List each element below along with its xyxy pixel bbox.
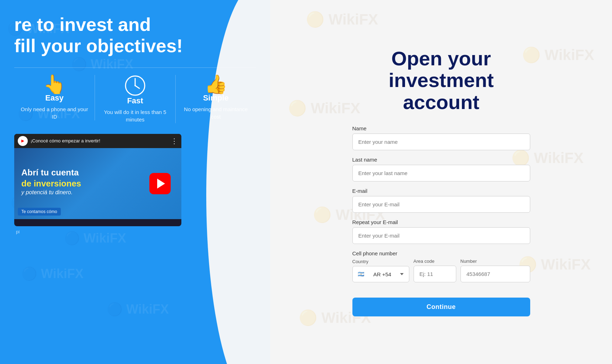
country-select[interactable]: 🇦🇷 AR +54	[352, 266, 409, 282]
repeat-email-label: Repeat your E-mail	[352, 219, 530, 225]
play-button[interactable]	[149, 173, 171, 194]
video-thumbnail[interactable]: Abrí tu cuenta de inversiones y potenciá…	[14, 148, 181, 219]
phone-label: Cell phone number	[352, 250, 530, 256]
area-sub-label: Area code	[414, 259, 456, 264]
right-watermark: 🟡 WikiFX	[306, 11, 378, 28]
phone-row: Country 🇦🇷 AR +54 Area code Number	[352, 259, 530, 282]
email-group: E-mail	[352, 188, 530, 213]
area-input[interactable]	[414, 266, 456, 282]
right-panel: 🟡 WikiFX 🟡 WikiFX 🟡 WikiFX 🟡 WikiFX 🟡 Wi…	[270, 0, 612, 364]
repeat-email-group: Repeat your E-mail	[352, 219, 530, 244]
right-watermark: 🟡 WikiFX	[522, 46, 594, 64]
video-section[interactable]: ▶ ¡Conocé cómo empezar a invertir! ⋮ Abr…	[14, 134, 256, 234]
country-flag: 🇦🇷	[358, 271, 364, 277]
continue-button[interactable]: Continue	[352, 298, 530, 316]
name-label: Name	[352, 125, 530, 131]
clock-icon	[124, 75, 146, 96]
phone-group: Cell phone number Country 🇦🇷 AR +54 Area…	[352, 250, 530, 282]
feature-easy-desc: Only need a phone and your ID	[18, 105, 91, 120]
right-watermark: 🟡 WikiFX	[288, 99, 360, 117]
svg-point-3	[134, 85, 136, 86]
number-sub-label: Number	[461, 259, 530, 264]
hand-icon: 👆	[43, 75, 66, 93]
feature-fast-title: Fast	[127, 96, 143, 105]
video-overlay-text: Abrí tu cuenta de inversiones y potenciá…	[21, 167, 81, 196]
play-triangle-icon	[157, 179, 165, 189]
lastname-label: Last name	[352, 157, 530, 163]
feature-fast: Fast You will do it in less than 5 minut…	[95, 75, 176, 123]
page-title: Open your investment account	[352, 48, 530, 113]
name-group: Name	[352, 125, 530, 150]
video-footer: pi	[14, 229, 256, 234]
hero-title: re to invest and fill your objectives!	[14, 14, 256, 57]
lastname-group: Last name	[352, 157, 530, 181]
feature-simple: 👍 Simple No opening and maintance cost	[176, 75, 256, 120]
watermark: 🔵 WikiFX	[107, 302, 169, 317]
feature-easy: 👆 Easy Only need a phone and your ID	[14, 75, 95, 120]
video-channel: ▶ ¡Conocé cómo empezar a invertir!	[18, 136, 100, 146]
features-row: 👆 Easy Only need a phone and your ID Fas…	[14, 67, 256, 123]
video-title: ¡Conocé cómo empezar a invertir!	[31, 138, 100, 143]
feature-simple-desc: No opening and maintance cost	[179, 105, 252, 120]
video-container[interactable]: ▶ ¡Conocé cómo empezar a invertir! ⋮ Abr…	[14, 134, 181, 226]
name-input[interactable]	[352, 134, 530, 150]
video-options-icon[interactable]: ⋮	[171, 137, 178, 145]
cta-badge: Te contamos cómo	[18, 208, 61, 216]
video-header: ▶ ¡Conocé cómo empezar a invertir! ⋮	[14, 134, 181, 148]
channel-logo: ▶	[18, 136, 28, 146]
number-group: Number	[461, 259, 530, 282]
feature-simple-title: Simple	[203, 93, 229, 103]
country-sub-label: Country	[352, 259, 409, 264]
watermark: 🔵 WikiFX	[21, 266, 84, 281]
area-group: Area code	[414, 259, 456, 282]
svg-line-2	[135, 86, 139, 88]
form-container: Open your investment account Name Last n…	[352, 48, 530, 317]
email-input[interactable]	[352, 196, 530, 213]
country-code: AR +54	[373, 271, 391, 277]
country-group: Country 🇦🇷 AR +54	[352, 259, 409, 282]
repeat-email-input[interactable]	[352, 227, 530, 244]
chevron-down-icon	[400, 273, 404, 275]
feature-easy-title: Easy	[45, 93, 63, 103]
email-label: E-mail	[352, 188, 530, 194]
number-input[interactable]	[461, 266, 530, 282]
left-panel: 🔵 WikiFX 🔵 WikiFX 🔵 WikiFX 🔵 WikiFX 🔵 Wi…	[0, 0, 270, 364]
thumb-icon: 👍	[204, 75, 228, 93]
feature-fast-desc: You will do it in less than 5 minutes	[99, 108, 172, 123]
lastname-input[interactable]	[352, 165, 530, 181]
